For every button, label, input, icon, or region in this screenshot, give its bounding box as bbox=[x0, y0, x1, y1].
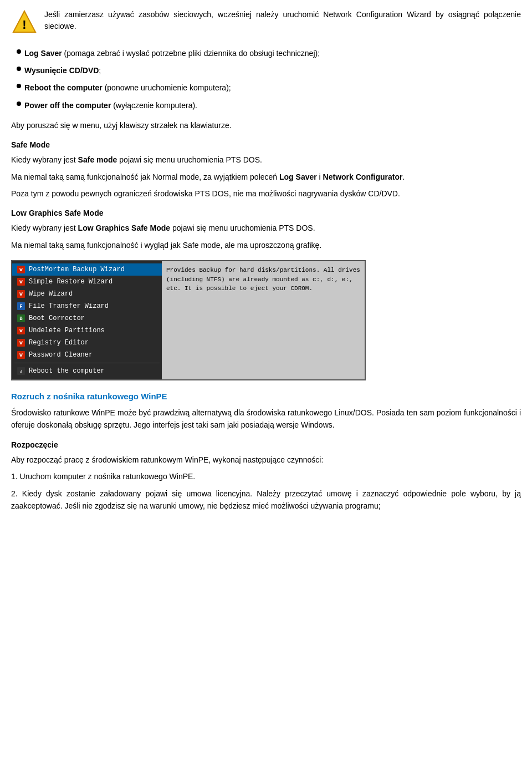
menu-item-label-password: Password Cleaner bbox=[29, 351, 93, 359]
description-panel: Provides Backup for hard disks/partition… bbox=[162, 261, 365, 379]
menu-item-label-bootcorrector: Boot Corrector bbox=[29, 314, 85, 322]
menu-item-bootcorrector[interactable]: B Boot Corrector bbox=[12, 312, 162, 324]
svg-text:W: W bbox=[19, 341, 23, 346]
svg-text:B: B bbox=[19, 316, 23, 322]
bullet-item-logsaver: Log Saver (pomaga zebrać i wysłać potrze… bbox=[17, 47, 521, 60]
bullet-label-poweroff: Power off the computer bbox=[24, 101, 111, 110]
password-icon: W bbox=[17, 351, 25, 359]
bullet-suffix-dvd: ; bbox=[99, 66, 101, 75]
svg-text:F: F bbox=[19, 304, 22, 309]
menu-item-label-reboot: Reboot the computer bbox=[29, 367, 105, 375]
winpe-para2: Aby rozpocząć pracę z środowiskiem ratun… bbox=[11, 454, 521, 466]
winpe-step2: 2. Kiedy dysk zostanie załadowany pojawi… bbox=[11, 487, 521, 512]
safe-mode-intro: Kiedy wybrany jest Safe mode pojawi się … bbox=[11, 154, 521, 166]
menu-item-simple[interactable]: W Simple Restore Wizard bbox=[12, 276, 162, 288]
registry-icon: W bbox=[17, 338, 25, 347]
simple-icon: W bbox=[17, 277, 25, 286]
warning-icon: ! bbox=[11, 9, 38, 35]
bullet-label-dvd: Wysunięcie CD/DVD bbox=[24, 66, 99, 75]
bullet-suffix-logsaver: (pomaga zebrać i wysłać potrzebne pliki … bbox=[62, 49, 320, 58]
menu-item-label-wipe: Wipe Wizard bbox=[29, 290, 73, 298]
safe-mode-body2: Poza tym z powodu pewnych ograniczeń śro… bbox=[11, 187, 521, 200]
bullet-item-reboot: Reboot the computer (ponowne uruchomieni… bbox=[17, 81, 521, 95]
bullet-label-logsaver: Log Saver bbox=[24, 49, 62, 58]
menu-item-postmortem[interactable]: W PostMortem Backup Wizard bbox=[12, 263, 162, 276]
menu-item-password[interactable]: W Password Cleaner bbox=[12, 349, 162, 361]
bullet-item-dvd: Wysunięcie CD/DVD; bbox=[17, 64, 521, 78]
svg-text:W: W bbox=[19, 328, 23, 334]
svg-text:W: W bbox=[19, 353, 23, 358]
description-text: Provides Backup for hard disks/partition… bbox=[166, 267, 360, 292]
bullet-dot-dvd bbox=[17, 67, 21, 71]
svg-text:W: W bbox=[19, 267, 23, 273]
bullet-label-reboot: Reboot the computer bbox=[24, 83, 103, 92]
menu-panel: W PostMortem Backup Wizard W Simple Rest… bbox=[12, 261, 162, 379]
menu-item-undelete[interactable]: W Undelete Partitions bbox=[12, 324, 162, 337]
bullet-item-poweroff: Power off the computer (wyłączenie kompu… bbox=[17, 99, 521, 113]
svg-text:W: W bbox=[19, 292, 23, 297]
nav-instruction: Aby poruszać się w menu, użyj klawiszy s… bbox=[11, 119, 521, 131]
wipe-icon: W bbox=[17, 290, 25, 298]
winpe-para1: Środowisko ratunkowe WinPE może być praw… bbox=[11, 407, 521, 431]
winpe-step1: 1. Uruchom komputer z nośnika ratunkoweg… bbox=[11, 470, 521, 482]
menu-item-label-simple: Simple Restore Wizard bbox=[29, 278, 112, 286]
bullet-dot bbox=[17, 49, 21, 54]
warning-text: Jeśli zamierzasz używać zasobów sieciowy… bbox=[44, 9, 521, 32]
menu-item-label-registry: Registry Editor bbox=[29, 339, 89, 347]
safe-mode-heading: Safe Mode bbox=[11, 140, 521, 149]
low-graphics-intro: Kiedy wybrany jest Low Graphics Safe Mod… bbox=[11, 222, 521, 234]
svg-text:W: W bbox=[19, 280, 23, 285]
bullet-suffix-poweroff: (wyłączenie komputera). bbox=[111, 101, 197, 110]
menu-item-wipe[interactable]: W Wipe Wizard bbox=[12, 288, 162, 300]
safe-mode-body1: Ma niemal taką samą funkcjonalność jak N… bbox=[11, 171, 521, 183]
bullet-suffix-reboot: (ponowne uruchomienie komputera); bbox=[103, 83, 231, 92]
postmortem-icon: W bbox=[17, 265, 25, 274]
bullet-dot-poweroff bbox=[17, 101, 21, 106]
menu-item-filetransfer[interactable]: F File Transfer Wizard bbox=[12, 300, 162, 312]
menu-separator bbox=[14, 363, 160, 363]
menu-item-reboot[interactable]: ↺ Reboot the computer bbox=[12, 365, 162, 377]
menu-item-registry[interactable]: W Registry Editor bbox=[12, 337, 162, 349]
low-graphics-body: Ma niemal taką samą funkcjonalność i wyg… bbox=[11, 239, 521, 251]
filetransfer-icon: F bbox=[17, 302, 25, 311]
svg-text:↺: ↺ bbox=[20, 369, 23, 374]
menu-item-label-undelete: Undelete Partitions bbox=[29, 327, 105, 334]
menu-item-label-postmortem: PostMortem Backup Wizard bbox=[29, 266, 125, 273]
undelete-icon: W bbox=[17, 326, 25, 335]
screenshot-box: W PostMortem Backup Wizard W Simple Rest… bbox=[11, 260, 366, 380]
bootcorrector-icon: B bbox=[17, 314, 25, 323]
svg-text:!: ! bbox=[22, 18, 26, 32]
rozpoczecie-heading: Rozpoczęcie bbox=[11, 440, 521, 449]
bullet-dot-reboot bbox=[17, 84, 21, 88]
menu-item-label-filetransfer: File Transfer Wizard bbox=[29, 302, 109, 310]
bullet-list: Log Saver (pomaga zebrać i wysłać potrze… bbox=[11, 47, 521, 113]
winpe-heading: Rozruch z nośnika ratunkowego WinPE bbox=[11, 392, 521, 401]
warning-box: ! Jeśli zamierzasz używać zasobów siecio… bbox=[11, 9, 521, 35]
low-graphics-heading: Low Graphics Safe Mode bbox=[11, 209, 521, 217]
reboot-menu-icon: ↺ bbox=[17, 367, 25, 375]
